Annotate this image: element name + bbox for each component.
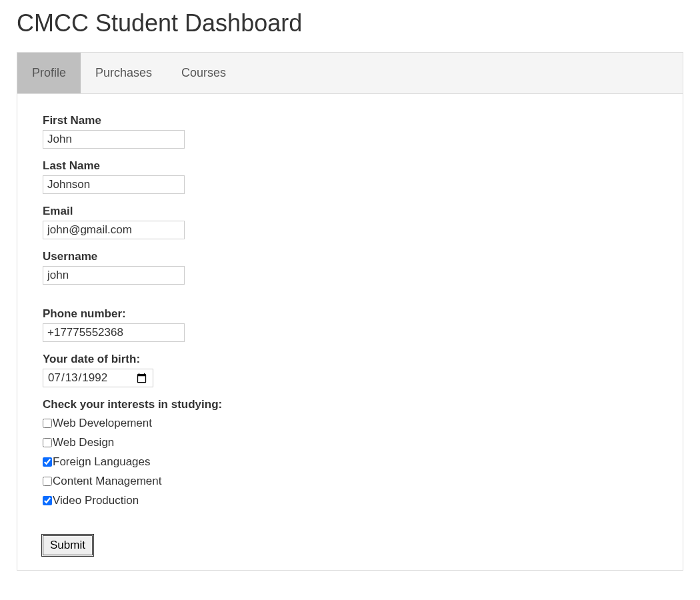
- email-label: Email: [43, 205, 657, 218]
- username-group: Username: [43, 250, 657, 285]
- interest-option-label: Content Management: [53, 472, 162, 491]
- interest-checkbox-web-development[interactable]: [43, 419, 52, 428]
- first-name-label: First Name: [43, 114, 657, 127]
- tab-bar: Profile Purchases Courses: [17, 53, 683, 94]
- interests-label: Check your interests in studying:: [43, 398, 657, 411]
- phone-label: Phone number:: [43, 307, 657, 321]
- interest-option-label: Video Production: [53, 491, 139, 511]
- tab-courses[interactable]: Courses: [167, 53, 241, 93]
- interest-checkbox-content-management[interactable]: [43, 477, 52, 486]
- tab-container: Profile Purchases Courses First Name Las…: [17, 52, 683, 571]
- tab-purchases[interactable]: Purchases: [81, 53, 167, 93]
- first-name-group: First Name: [43, 114, 657, 149]
- interest-option-label: Web Developement: [53, 414, 152, 433]
- interests-group: Check your interests in studying: Web De…: [43, 398, 657, 510]
- interest-item: Foreign Languages: [43, 453, 657, 472]
- interest-checkbox-video-production[interactable]: [43, 496, 52, 505]
- username-field[interactable]: [43, 266, 185, 285]
- last-name-label: Last Name: [43, 159, 657, 173]
- tab-profile[interactable]: Profile: [17, 53, 81, 93]
- profile-panel: First Name Last Name Email Username Phon…: [17, 94, 683, 570]
- email-field[interactable]: [43, 221, 185, 239]
- interest-checkbox-foreign-languages[interactable]: [43, 457, 52, 467]
- interest-item: Video Production: [43, 491, 657, 511]
- dob-field[interactable]: [43, 369, 153, 387]
- interest-item: Web Design: [43, 433, 657, 453]
- dob-group: Your date of birth:: [43, 353, 657, 387]
- interest-option-label: Web Design: [53, 433, 114, 453]
- interest-item: Web Developement: [43, 414, 657, 433]
- last-name-group: Last Name: [43, 159, 657, 194]
- phone-group: Phone number:: [43, 307, 657, 342]
- first-name-field[interactable]: [43, 130, 185, 149]
- phone-field[interactable]: [43, 323, 185, 342]
- username-label: Username: [43, 250, 657, 263]
- interest-checkbox-web-design[interactable]: [43, 438, 52, 447]
- email-group: Email: [43, 205, 657, 239]
- submit-button[interactable]: Submit: [43, 535, 93, 555]
- interest-item: Content Management: [43, 472, 657, 491]
- dob-label: Your date of birth:: [43, 353, 657, 366]
- interest-option-label: Foreign Languages: [53, 453, 151, 472]
- page-title: CMCC Student Dashboard: [17, 9, 683, 37]
- last-name-field[interactable]: [43, 175, 185, 194]
